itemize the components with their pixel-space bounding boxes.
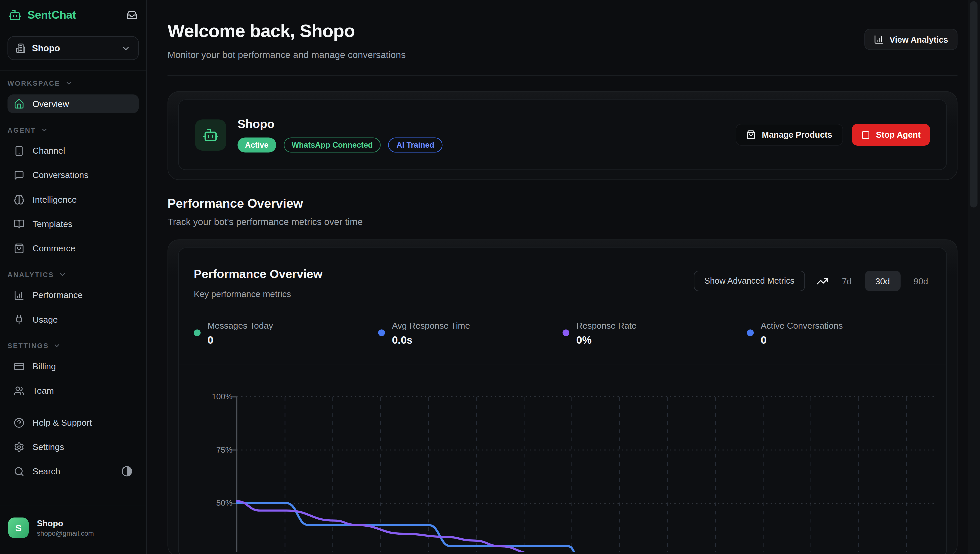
- view-analytics-button[interactable]: View Analytics: [865, 29, 958, 50]
- user-profile[interactable]: S Shopo shopo@gmail.com: [0, 506, 146, 554]
- shopping-bag-icon: [14, 243, 24, 253]
- chevron-down-icon: [65, 80, 72, 87]
- agent-name: Shopo: [238, 117, 443, 131]
- metric-active-conversations: Active Conversations 0: [747, 321, 931, 347]
- sidebar-item-label: Usage: [33, 314, 58, 324]
- sidebar-item-label: Search: [33, 466, 60, 476]
- search-icon: [14, 466, 24, 477]
- profile-name: Shopo: [37, 518, 94, 528]
- sidebar-item-label: Settings: [33, 442, 64, 452]
- metrics-row: Messages Today 0 Avg Response Time 0.0s …: [179, 321, 947, 347]
- bar-chart-icon: [14, 290, 24, 300]
- gear-icon: [14, 442, 24, 452]
- sidebar-item-channel[interactable]: Channel: [8, 141, 139, 160]
- section-label-agent[interactable]: AGENT: [8, 126, 139, 134]
- metric-dot: [747, 330, 754, 336]
- section-subtitle: Track your bot's performance metrics ove…: [168, 217, 958, 227]
- card-subtitle: Key performance metrics: [194, 289, 322, 299]
- sidebar-item-help-support[interactable]: Help & Support: [8, 413, 139, 431]
- sidebar-divider: [0, 70, 146, 71]
- header-divider: [168, 75, 958, 76]
- logo-row: SentChat: [0, 0, 146, 22]
- profile-email: shopo@gmail.com: [37, 529, 94, 536]
- chevron-down-icon: [121, 43, 130, 53]
- main-content: Welcome back, Shopo Monitor your bot per…: [148, 0, 980, 554]
- performance-card: Performance Overview Key performance met…: [178, 248, 947, 554]
- help-circle-icon: [14, 417, 24, 428]
- theme-contrast-icon[interactable]: [121, 466, 133, 477]
- sidebar-item-label: Channel: [33, 146, 65, 156]
- chevron-down-icon: [53, 342, 61, 350]
- metric-dot: [563, 330, 570, 336]
- section-title: Performance Overview: [168, 196, 958, 211]
- sidebar-item-search[interactable]: Search: [8, 462, 139, 481]
- trending-up-icon: [816, 275, 829, 287]
- page-header: Welcome back, Shopo Monitor your bot per…: [168, 0, 958, 60]
- shopping-bag-icon: [746, 130, 756, 139]
- chart-controls: Show Advanced Metrics 7d 30d 90d: [694, 271, 931, 291]
- users-icon: [14, 385, 24, 396]
- sidebar-item-intelligence[interactable]: Intelligence: [8, 190, 139, 209]
- status-badge-ai-trained: AI Trained: [388, 137, 442, 152]
- card-divider: [179, 364, 947, 365]
- sidebar-item-label: Templates: [33, 219, 73, 229]
- page-title: Welcome back, Shopo: [168, 21, 406, 41]
- metric-avg-response-time: Avg Response Time 0.0s: [378, 321, 562, 347]
- sidebar-item-label: Billing: [33, 361, 56, 371]
- bot-logo-icon: [8, 8, 22, 22]
- sidebar-item-label: Intelligence: [33, 194, 77, 204]
- bar-chart-icon: [874, 34, 884, 45]
- range-90d[interactable]: 90d: [910, 276, 931, 286]
- performance-card-shell: Performance Overview Key performance met…: [168, 239, 958, 554]
- range-7d[interactable]: 7d: [838, 276, 855, 286]
- page-scrollbar[interactable]: [968, 0, 980, 554]
- house-icon: [14, 98, 24, 109]
- avatar: S: [8, 517, 29, 538]
- chevron-down-icon: [40, 126, 48, 134]
- section-label-analytics[interactable]: ANALYTICS: [8, 271, 139, 279]
- sidebar-item-settings[interactable]: Settings: [8, 438, 139, 456]
- agent-bot-icon: [195, 119, 226, 150]
- metric-messages-today: Messages Today 0: [194, 321, 378, 347]
- section-label-settings[interactable]: SETTINGS: [8, 342, 139, 350]
- agent-card-shell: Shopo Active WhatsApp Connected AI Train…: [168, 91, 958, 180]
- show-advanced-metrics-button[interactable]: Show Advanced Metrics: [694, 271, 805, 291]
- sidebar-item-label: Conversations: [33, 170, 89, 180]
- sidebar-nav: WORKSPACE Overview AGENT Channel Convers…: [0, 80, 146, 481]
- sidebar-item-conversations[interactable]: Conversations: [8, 166, 139, 184]
- sidebar-item-label: Overview: [33, 99, 69, 109]
- metric-response-rate: Response Rate 0%: [563, 321, 747, 347]
- brain-icon: [14, 194, 24, 205]
- stop-agent-button[interactable]: Stop Agent: [852, 124, 930, 146]
- sidebar-item-usage[interactable]: Usage: [8, 310, 139, 329]
- page-subtitle: Monitor your bot performance and manage …: [168, 49, 406, 60]
- app-root: SentChat Shopo WORKSPACE Overview AGENT: [0, 0, 980, 554]
- sidebar-item-templates[interactable]: Templates: [8, 214, 139, 233]
- book-open-icon: [14, 218, 24, 229]
- chart-canvas: [194, 391, 936, 552]
- sidebar-item-label: Performance: [33, 290, 83, 300]
- performance-chart: 100% 75% 50%: [194, 391, 947, 552]
- sidebar-item-team[interactable]: Team: [8, 381, 139, 400]
- smartphone-icon: [14, 145, 24, 156]
- inbox-icon[interactable]: [126, 10, 138, 21]
- manage-products-button[interactable]: Manage Products: [736, 124, 843, 146]
- sidebar-item-label: Help & Support: [33, 418, 92, 428]
- plug-icon: [14, 314, 24, 325]
- building-icon: [16, 43, 25, 53]
- card-title: Performance Overview: [194, 267, 322, 281]
- metric-dot: [378, 330, 385, 336]
- sidebar-item-label: Team: [33, 386, 54, 396]
- scrollbar-thumb[interactable]: [970, 2, 978, 208]
- sidebar-item-overview[interactable]: Overview: [8, 94, 139, 113]
- section-label-workspace[interactable]: WORKSPACE: [8, 80, 139, 87]
- sidebar-item-commerce[interactable]: Commerce: [8, 239, 139, 257]
- workspace-selector[interactable]: Shopo: [8, 36, 139, 60]
- status-badge-active: Active: [238, 137, 276, 152]
- sidebar-item-billing[interactable]: Billing: [8, 357, 139, 376]
- sidebar-item-performance[interactable]: Performance: [8, 286, 139, 304]
- range-30d[interactable]: 30d: [865, 271, 900, 291]
- agent-card: Shopo Active WhatsApp Connected AI Train…: [178, 99, 947, 170]
- message-square-icon: [14, 170, 24, 180]
- stop-square-icon: [861, 131, 870, 139]
